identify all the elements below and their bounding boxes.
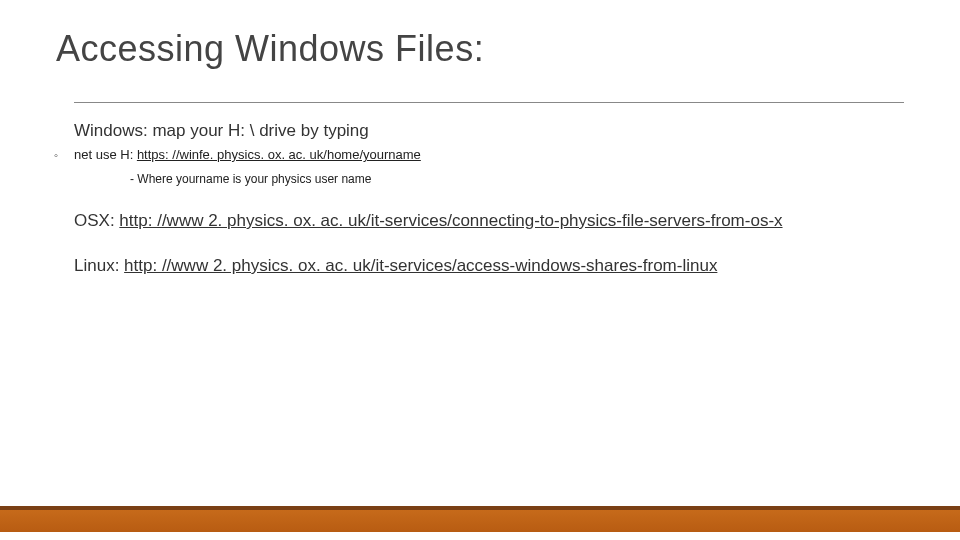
linux-label: Linux: (74, 256, 124, 275)
osx-label: OSX: (74, 211, 119, 230)
footer-bar (0, 506, 960, 532)
windows-heading: Windows: map your H: \ drive by typing (74, 121, 886, 141)
osx-link[interactable]: http: //www 2. physics. ox. ac. uk/it-se… (119, 211, 782, 230)
slide-title: Accessing Windows Files: (0, 0, 960, 70)
linux-link[interactable]: http: //www 2. physics. ox. ac. uk/it-se… (124, 256, 717, 275)
windows-bullet-row: ◦ net use H: https: //winfe. physics. ox… (54, 147, 886, 162)
slide: { "title": "Accessing Windows Files:", "… (0, 0, 960, 540)
windows-bullet-text: net use H: https: //winfe. physics. ox. … (74, 147, 421, 162)
windows-sub-note: - Where yourname is your physics user na… (130, 172, 886, 186)
net-use-prefix: net use H: (74, 147, 137, 162)
bullet-icon: ◦ (54, 149, 74, 161)
linux-line: Linux: http: //www 2. physics. ox. ac. u… (74, 255, 854, 278)
slide-content: Windows: map your H: \ drive by typing ◦… (0, 103, 960, 278)
winfe-link[interactable]: https: //winfe. physics. ox. ac. uk/home… (137, 147, 421, 162)
osx-line: OSX: http: //www 2. physics. ox. ac. uk/… (74, 210, 854, 233)
